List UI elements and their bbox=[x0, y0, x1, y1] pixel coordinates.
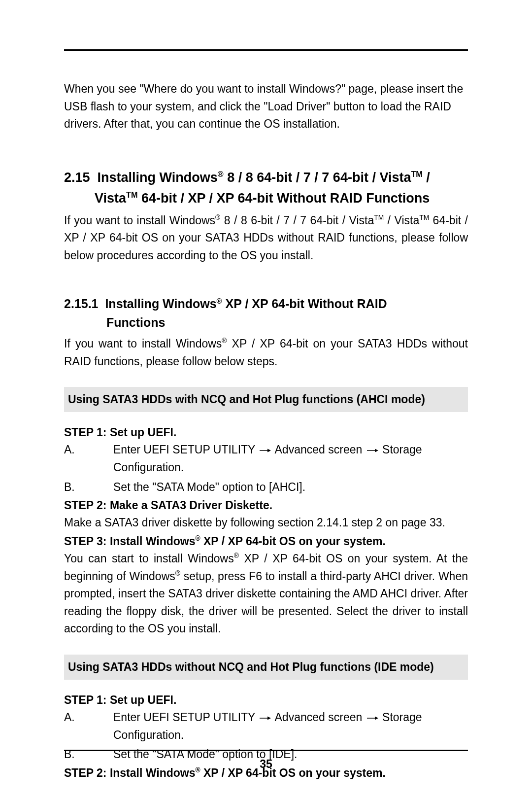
ahci-step1-title: STEP 1: Set up UEFI. bbox=[64, 426, 468, 439]
document-page: When you see "Where do you want to insta… bbox=[0, 0, 532, 798]
ahci-mode-heading-band: Using SATA3 HDDs with NCQ and Hot Plug f… bbox=[64, 387, 468, 412]
text: If you want to install Windows bbox=[64, 337, 222, 350]
heading-text: / bbox=[423, 170, 430, 185]
list-label: B. bbox=[64, 479, 113, 496]
intro-paragraph: When you see "Where do you want to insta… bbox=[64, 80, 468, 133]
text: XP / XP 64-bit OS on your system. bbox=[200, 535, 386, 548]
ahci-step1-a: A. Enter UEFI SETUP UTILITY Advanced scr… bbox=[64, 441, 468, 476]
ahci-step3-title: STEP 3: Install Windows® XP / XP 64-bit … bbox=[64, 535, 468, 548]
bottom-rule bbox=[64, 750, 468, 751]
trademark: TM bbox=[419, 214, 429, 221]
trademark: TM bbox=[126, 190, 137, 199]
registered-mark: ® bbox=[195, 535, 200, 542]
ahci-step2-body: Make a SATA3 driver diskette by followin… bbox=[64, 514, 468, 532]
heading-text: Vista bbox=[95, 191, 126, 206]
trademark: TM bbox=[374, 214, 384, 221]
text: STEP 3: Install Windows bbox=[64, 535, 195, 548]
list-body: Set the "SATA Mode" option to [AHCI]. bbox=[113, 479, 468, 496]
registered-mark: ® bbox=[234, 552, 239, 559]
heading-text: Installing Windows bbox=[98, 170, 218, 185]
text: If you want to install Windows bbox=[64, 214, 215, 227]
heading-text: XP / XP 64-bit Without RAID bbox=[222, 297, 387, 311]
arrow-icon bbox=[366, 441, 379, 459]
registered-mark: ® bbox=[222, 337, 227, 345]
list-label: A. bbox=[64, 441, 113, 476]
trademark: TM bbox=[411, 170, 422, 178]
arrow-icon bbox=[366, 709, 379, 727]
text: Advanced screen bbox=[275, 711, 363, 724]
heading-text: Installing Windows bbox=[105, 297, 216, 311]
text: Enter UEFI SETUP UTILITY bbox=[113, 443, 255, 456]
section-2-15-heading: 2.15 Installing Windows® 8 / 8 64-bit / … bbox=[64, 168, 468, 209]
top-rule bbox=[64, 49, 468, 51]
section-number: 2.15 bbox=[64, 170, 90, 185]
ide-step1-a: A. Enter UEFI SETUP UTILITY Advanced scr… bbox=[64, 709, 468, 744]
svg-marker-3 bbox=[375, 449, 378, 452]
section-2-15-body: If you want to install Windows® 8 / 8 6-… bbox=[64, 212, 468, 265]
ahci-step3-body: You can start to install Windows® XP / X… bbox=[64, 550, 468, 638]
ide-step1-title: STEP 1: Set up UEFI. bbox=[64, 694, 468, 707]
svg-marker-7 bbox=[375, 717, 378, 720]
registered-mark: ® bbox=[215, 214, 220, 221]
text: 8 / 8 6-bit / 7 / 7 64-bit / Vista bbox=[220, 214, 374, 227]
text: / Vista bbox=[384, 214, 419, 227]
registered-mark: ® bbox=[217, 296, 222, 305]
heading-text: 64-bit / XP / XP 64-bit Without RAID Fun… bbox=[137, 191, 430, 206]
subsection-number: 2.15.1 bbox=[64, 297, 99, 311]
ahci-step1-b: B. Set the "SATA Mode" option to [AHCI]. bbox=[64, 479, 468, 496]
heading-text: 8 / 8 64-bit / 7 / 7 64-bit / Vista bbox=[224, 170, 411, 185]
ahci-step2-title: STEP 2: Make a SATA3 Driver Diskette. bbox=[64, 499, 468, 512]
registered-mark: ® bbox=[175, 570, 180, 577]
heading-text: Functions bbox=[64, 313, 468, 332]
section-2-15-1-body: If you want to install Windows® XP / XP … bbox=[64, 335, 468, 370]
svg-marker-5 bbox=[267, 717, 271, 720]
page-number: 35 bbox=[0, 758, 532, 771]
arrow-icon bbox=[258, 709, 272, 727]
section-2-15-1-heading: 2.15.1 Installing Windows® XP / XP 64-bi… bbox=[64, 294, 468, 333]
arrow-icon bbox=[258, 441, 272, 459]
text: Advanced screen bbox=[275, 443, 363, 456]
list-body: Enter UEFI SETUP UTILITY Advanced screen… bbox=[113, 441, 468, 476]
svg-marker-1 bbox=[267, 449, 271, 452]
text: You can start to install Windows bbox=[64, 552, 234, 565]
list-body: Enter UEFI SETUP UTILITY Advanced screen… bbox=[113, 709, 468, 744]
ide-mode-heading-band: Using SATA3 HDDs without NCQ and Hot Plu… bbox=[64, 655, 468, 680]
registered-mark: ® bbox=[218, 170, 224, 178]
list-label: A. bbox=[64, 709, 113, 744]
text: Enter UEFI SETUP UTILITY bbox=[113, 711, 255, 724]
